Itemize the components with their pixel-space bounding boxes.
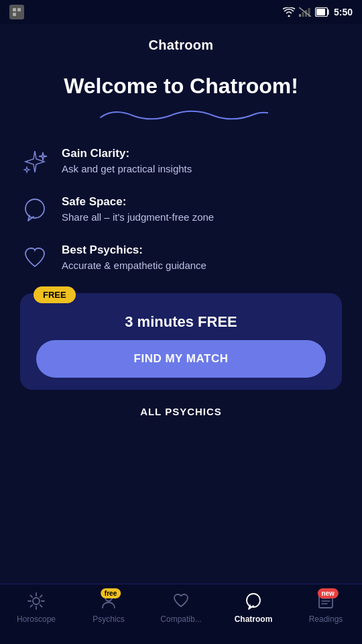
feature-desc-safespace: Share all – it's judgment-free zone	[62, 211, 214, 223]
feature-item-clarity: Gain Clarity: Ask and get practical insi…	[20, 147, 342, 176]
feature-title-safespace: Safe Space:	[62, 195, 214, 209]
horoscope-nav-icon	[26, 591, 46, 611]
svg-rect-1	[17, 8, 21, 11]
status-bar: 5:50	[0, 0, 362, 24]
compatibility-nav-icon	[171, 591, 191, 611]
cta-minutes: 3 minutes FREE	[36, 313, 326, 331]
battery-icon	[315, 7, 330, 17]
sparkles-icon	[20, 147, 50, 176]
svg-line-18	[40, 596, 42, 598]
svg-point-10	[25, 199, 44, 218]
horoscope-nav-label: Horoscope	[17, 614, 56, 624]
feature-title-bestpsychics: Best Psychics:	[62, 244, 206, 257]
chatroom-nav-icon	[243, 591, 263, 611]
chat-icon	[20, 195, 50, 225]
svg-rect-0	[13, 8, 16, 11]
nav-item-horoscope[interactable]: Horoscope	[0, 591, 72, 624]
heart-icon	[20, 244, 50, 273]
svg-line-17	[40, 605, 42, 607]
thumbnail-icon	[9, 5, 24, 19]
feature-text-bestpsychics: Best Psychics: Accurate & empathetic gui…	[62, 244, 206, 271]
svg-rect-4	[302, 12, 304, 17]
psychics-badge: free	[101, 588, 121, 598]
nav-item-psychics[interactable]: free Psychics	[72, 591, 145, 624]
nav-item-readings[interactable]: new Readings	[290, 591, 362, 624]
decorative-line	[20, 104, 342, 127]
svg-point-21	[247, 594, 260, 607]
feature-text-clarity: Gain Clarity: Ask and get practical insi…	[62, 147, 192, 174]
time-display: 5:50	[334, 7, 353, 17]
page-title: Chatroom	[149, 38, 214, 52]
psychics-nav-label: Psychics	[93, 614, 124, 624]
feature-list: Gain Clarity: Ask and get practical insi…	[20, 147, 342, 273]
feature-desc-clarity: Ask and get practical insights	[62, 163, 192, 174]
main-content: Welcome to Chatroom! Gain Clarity: Ask a…	[0, 60, 362, 437]
page-header: Chatroom	[0, 24, 362, 60]
free-badge: FREE	[34, 286, 76, 303]
bottom-nav: Horoscope free Psychics Compatib...	[0, 584, 362, 644]
feature-title-clarity: Gain Clarity:	[62, 147, 192, 160]
signal-icon	[299, 7, 311, 17]
chatroom-nav-label: Chatroom	[235, 614, 273, 624]
svg-rect-9	[316, 9, 325, 15]
wifi-icon	[283, 7, 295, 17]
all-psychics-link[interactable]: ALL PSYCHICS	[20, 406, 342, 417]
find-match-button[interactable]: FIND MY MATCH	[36, 340, 326, 378]
cta-card: FREE 3 minutes FREE FIND MY MATCH	[20, 293, 342, 390]
feature-text-safespace: Safe Space: Share all – it's judgment-fr…	[62, 195, 214, 223]
svg-point-11	[33, 598, 40, 604]
welcome-title: Welcome to Chatroom!	[20, 73, 342, 99]
status-right: 5:50	[283, 7, 353, 17]
readings-badge: new	[317, 588, 338, 598]
compatibility-nav-label: Compatib...	[160, 614, 201, 624]
feature-desc-bestpsychics: Accurate & empathetic guidance	[62, 260, 206, 271]
status-left	[9, 5, 24, 19]
svg-rect-2	[13, 13, 16, 16]
svg-rect-3	[299, 14, 301, 17]
feature-item-safespace: Safe Space: Share all – it's judgment-fr…	[20, 195, 342, 225]
svg-line-19	[31, 605, 33, 607]
readings-nav-label: Readings	[309, 614, 343, 624]
svg-line-16	[31, 596, 33, 598]
nav-item-chatroom[interactable]: Chatroom	[217, 591, 290, 624]
feature-item-psychics: Best Psychics: Accurate & empathetic gui…	[20, 244, 342, 273]
nav-item-compatibility[interactable]: Compatib...	[145, 591, 217, 624]
